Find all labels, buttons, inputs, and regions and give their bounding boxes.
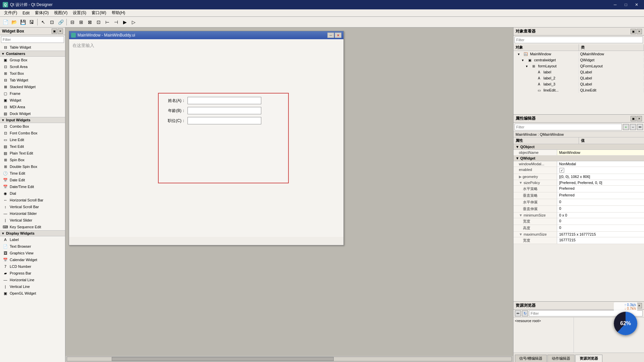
tab-resources[interactable]: 资源浏览器	[575, 355, 602, 362]
prop-row-objectname[interactable]: objectName MainWindow	[514, 150, 644, 156]
geometry-expand[interactable]: ▶	[519, 175, 522, 179]
prop-value-vpolicy[interactable]: Preferred	[557, 192, 644, 199]
resource-refresh-btn[interactable]: ↻	[522, 310, 528, 316]
tree-row-mainwindow[interactable]: ▼ 🪟 MainWindow QMainWindow	[514, 51, 644, 57]
canvas-hscrollbar[interactable]	[67, 357, 512, 361]
toolbar-new[interactable]: 📄	[1, 18, 9, 26]
widget-item-spinbox[interactable]: ⊞ Spin Box	[0, 157, 65, 163]
toolbar-adjust[interactable]: ⊣	[112, 18, 120, 26]
widget-item-mdi[interactable]: ⊟ MDI Area	[0, 104, 65, 110]
prop-value-minwidth[interactable]: 0	[557, 218, 644, 225]
prop-value-minsize[interactable]: 0 x 0	[557, 213, 644, 218]
prop-row-geometry[interactable]: ▶geometry [(0, 0), 1062 x 806]	[514, 174, 644, 180]
tree-row-label2[interactable]: A label_2 QLabel	[514, 75, 644, 81]
prop-row-enabled[interactable]: enabled ✓	[514, 167, 644, 174]
toolbar-layout-form[interactable]: ⊡	[95, 18, 103, 26]
toolbar-pointer[interactable]: ↖	[39, 18, 47, 26]
sizepolicy-expand[interactable]: ▼	[519, 181, 523, 185]
prop-value-maxsize[interactable]: 16777215 x 16777215	[557, 232, 644, 237]
widget-category-containers[interactable]: ▼ Containers	[0, 51, 65, 57]
prop-value-vstretch[interactable]: 0	[557, 206, 644, 212]
form-input-job[interactable]	[187, 117, 261, 124]
menu-view[interactable]: 视图(V)	[51, 9, 70, 16]
tree-row-lineedit[interactable]: ▭ lineEdit... QLineEdit	[514, 87, 644, 93]
property-filter-input[interactable]	[515, 124, 622, 130]
widget-item-widget[interactable]: ▣ Widget	[0, 97, 65, 104]
widget-item-frame[interactable]: ▢ Frame	[0, 90, 65, 97]
widget-item-toolbox[interactable]: ⊞ Tool Box	[0, 70, 65, 77]
tree-row-formlayout[interactable]: ▼ ⊞ formLayout QFormLayout	[514, 63, 644, 69]
menu-window[interactable]: 窗口(W)	[89, 9, 109, 16]
widget-item-datetimeedit[interactable]: 📅 Date/Time Edit	[0, 183, 65, 190]
prop-value-maxwidth[interactable]: 16777215	[557, 237, 644, 244]
widget-item-progressbar[interactable]: ▰ Progress Bar	[0, 270, 65, 277]
close-button[interactable]: ✕	[632, 1, 641, 8]
maxsize-expand[interactable]: ▼	[519, 232, 523, 236]
widget-item-vslider[interactable]: | Vertical Slider	[0, 217, 65, 224]
prop-value-hpolicy[interactable]: Preferred	[557, 186, 644, 192]
toolbar-preview2[interactable]: ▷	[129, 18, 138, 26]
widget-item-hscrollbar[interactable]: ↔ Horizontal Scroll Bar	[0, 197, 65, 203]
widget-box-float[interactable]: ▣	[52, 28, 57, 34]
widget-box-filter[interactable]	[1, 36, 64, 43]
widget-item-dial[interactable]: ◉ Dial	[0, 190, 65, 197]
widget-item-groupbox[interactable]: ▣ Group Box	[0, 57, 65, 63]
widget-item-table[interactable]: ⊟ Table Widget	[0, 44, 65, 51]
prop-row-maxsize[interactable]: ▼maximumSize 16777215 x 16777215	[514, 232, 644, 237]
tree-row-centralwidget[interactable]: ▼ ▣ centralwidget QWidget	[514, 57, 644, 63]
widget-item-combobox[interactable]: ⊡ Combo Box	[0, 123, 65, 130]
widget-item-doublespinbox[interactable]: ⊞ Double Spin Box	[0, 163, 65, 170]
minimize-button[interactable]: ─	[610, 1, 620, 8]
widget-item-plaintextedit[interactable]: ▤ Plain Text Edit	[0, 150, 65, 157]
maximize-button[interactable]: □	[621, 1, 631, 8]
prop-value-sizepolicy[interactable]: [Preferred, Preferred, 0, 0]	[557, 180, 644, 185]
widget-item-dock[interactable]: ▤ Dock Widget	[0, 110, 65, 117]
toolbar-layout-h[interactable]: ⊟	[68, 18, 76, 26]
widget-item-textbrowser[interactable]: 📄 Text Browser	[0, 243, 65, 250]
property-editor-float[interactable]: ▣	[631, 116, 636, 121]
tab-signals[interactable]: 信号/槽编辑器	[515, 355, 547, 362]
mainwindow-expand[interactable]: ▼	[517, 53, 521, 56]
tree-row-label3[interactable]: A label_3 QLabel	[514, 81, 644, 87]
menu-help[interactable]: 帮助(H)	[109, 9, 128, 16]
tab-actions[interactable]: 动作编辑器	[547, 355, 575, 362]
prop-row-maxwidth[interactable]: 宽度 16777215	[514, 237, 644, 244]
property-editor-close[interactable]: ✕	[637, 116, 642, 121]
toolbar-layout-break[interactable]: ⊢	[103, 18, 111, 26]
prop-row-minsize[interactable]: ▼minimumSize 0 x 0	[514, 213, 644, 218]
formlayout-expand[interactable]: ▼	[525, 65, 529, 68]
minsize-expand[interactable]: ▼	[519, 213, 523, 217]
centralwidget-expand[interactable]: ▼	[521, 59, 525, 62]
enabled-checkbox[interactable]: ✓	[559, 168, 564, 173]
widget-category-input[interactable]: ▼ Input Widgets	[0, 117, 65, 123]
prop-row-vpolicy[interactable]: 垂直策略 Preferred	[514, 192, 644, 199]
widget-item-lineedit[interactable]: ▭ Line Edit	[0, 136, 65, 143]
form-input-name[interactable]	[187, 97, 261, 104]
widget-item-vline[interactable]: | Vertical Line	[0, 283, 65, 290]
resource-browser-close[interactable]: ✕	[637, 303, 642, 308]
widget-category-display[interactable]: ▼ Display Widgets	[0, 230, 65, 236]
prop-filter-add[interactable]: +	[623, 124, 629, 130]
prop-value-geometry[interactable]: [(0, 0), 1062 x 806]	[557, 174, 644, 180]
prop-row-vstretch[interactable]: 垂直伸展 0	[514, 206, 644, 213]
prop-row-windowmodal[interactable]: windowModal... NonModal	[514, 161, 644, 167]
toolbar-layout-g[interactable]: ⊠	[86, 18, 94, 26]
toolbar-widget[interactable]: ⊡	[48, 18, 56, 26]
widget-item-timeedit[interactable]: 🕐 Time Edit	[0, 170, 65, 177]
inner-window-close[interactable]: ✕	[335, 33, 341, 38]
prop-value-minheight[interactable]: 0	[557, 225, 644, 231]
resource-edit-btn[interactable]: ✏	[515, 310, 521, 316]
menu-settings[interactable]: 设置(S)	[70, 9, 89, 16]
widget-item-scrollarea[interactable]: ⊡ Scroll Area	[0, 63, 65, 70]
widget-item-textedit[interactable]: ▤ Text Edit	[0, 143, 65, 150]
widget-item-hline[interactable]: — Horizontal Line	[0, 277, 65, 283]
canvas-content[interactable]: 在这里输入 姓名(A)： 年龄(B)： 职位(C)：	[69, 39, 343, 237]
prop-value-windowmodal[interactable]: NonModal	[557, 161, 644, 167]
prop-row-hstretch[interactable]: 水平伸展 0	[514, 199, 644, 206]
menu-file[interactable]: 文件(F)	[1, 9, 20, 16]
prop-value-objectname[interactable]: MainWindow	[557, 150, 644, 155]
toolbar-save2[interactable]: 🖫	[28, 18, 36, 26]
inner-window-minimize[interactable]: ─	[327, 33, 334, 38]
prop-row-minheight[interactable]: 高度 0	[514, 225, 644, 232]
widget-item-keyseq[interactable]: ⌨ Key Sequence Edit	[0, 224, 65, 230]
